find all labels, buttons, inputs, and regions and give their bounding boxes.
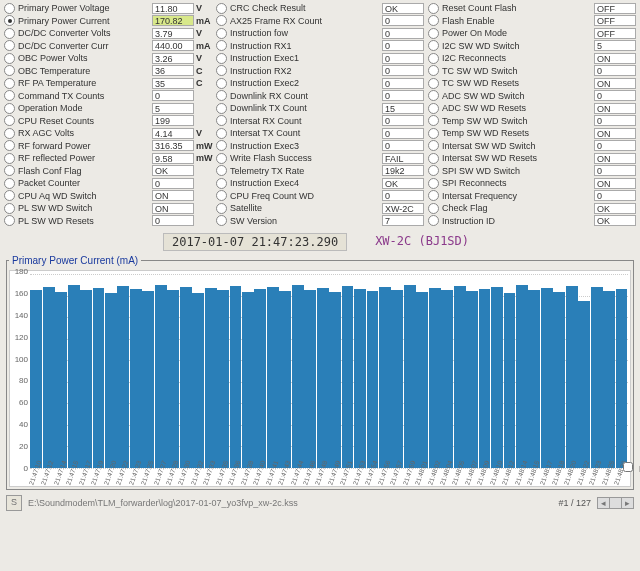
radio-button[interactable] — [216, 140, 227, 151]
telemetry-row[interactable]: SPI SW WD Switch0 — [428, 165, 636, 178]
radio-button[interactable] — [428, 15, 439, 26]
radio-button[interactable] — [428, 190, 439, 201]
radio-button[interactable] — [428, 115, 439, 126]
radio-button[interactable] — [216, 15, 227, 26]
radio-button[interactable] — [428, 65, 439, 76]
radio-button[interactable] — [216, 190, 227, 201]
telemetry-row[interactable]: Instruction IDOK — [428, 215, 636, 228]
telemetry-row[interactable]: CPU Aq WD SwitchON — [4, 190, 212, 203]
checkbox-b[interactable]: B — [619, 459, 640, 475]
radio-button[interactable] — [4, 103, 15, 114]
telemetry-row[interactable]: Reset Count FlashOFF — [428, 2, 636, 15]
radio-button[interactable] — [4, 190, 15, 201]
radio-button[interactable] — [4, 15, 15, 26]
radio-button[interactable] — [4, 215, 15, 226]
radio-button[interactable] — [428, 40, 439, 51]
radio-button[interactable] — [428, 28, 439, 39]
radio-button[interactable] — [428, 53, 439, 64]
radio-button[interactable] — [4, 115, 15, 126]
radio-button[interactable] — [4, 28, 15, 39]
telemetry-row[interactable]: Intersat SW WD ResetsON — [428, 152, 636, 165]
telemetry-row[interactable]: DC/DC Converter Curr440.00mA — [4, 40, 212, 53]
radio-button[interactable] — [428, 103, 439, 114]
radio-button[interactable] — [4, 53, 15, 64]
telemetry-row[interactable]: DC/DC Converter Volts3.79V — [4, 27, 212, 40]
telemetry-row[interactable]: Downlink RX Count0 — [216, 90, 424, 103]
radio-button[interactable] — [4, 3, 15, 14]
telemetry-row[interactable]: Downlink TX Count15 — [216, 102, 424, 115]
radio-button[interactable] — [216, 65, 227, 76]
radio-button[interactable] — [4, 65, 15, 76]
telemetry-row[interactable]: TC SW WD ResetsON — [428, 77, 636, 90]
telemetry-row[interactable]: Temp SW WD Switch0 — [428, 115, 636, 128]
telemetry-row[interactable]: Primary Power Current170.82mA — [4, 15, 212, 28]
telemetry-row[interactable]: I2C ReconnectsON — [428, 52, 636, 65]
radio-button[interactable] — [216, 103, 227, 114]
radio-button[interactable] — [216, 90, 227, 101]
radio-button[interactable] — [428, 178, 439, 189]
radio-button[interactable] — [428, 3, 439, 14]
telemetry-row[interactable]: Instruction Exec4OK — [216, 177, 424, 190]
radio-button[interactable] — [4, 128, 15, 139]
radio-button[interactable] — [428, 78, 439, 89]
radio-button[interactable] — [428, 140, 439, 151]
telemetry-row[interactable]: Instruction Exec20 — [216, 77, 424, 90]
radio-button[interactable] — [4, 90, 15, 101]
radio-button[interactable] — [216, 78, 227, 89]
telemetry-row[interactable]: Instruction Exec10 — [216, 52, 424, 65]
telemetry-row[interactable]: Intersat RX Count0 — [216, 115, 424, 128]
telemetry-row[interactable]: RF PA Temperature35C — [4, 77, 212, 90]
radio-button[interactable] — [4, 78, 15, 89]
telemetry-row[interactable]: I2C SW WD Switch5 — [428, 40, 636, 53]
radio-button[interactable] — [428, 203, 439, 214]
telemetry-row[interactable]: RF reflected Power9.58mW — [4, 152, 212, 165]
telemetry-row[interactable]: Instruction RX20 — [216, 65, 424, 78]
telemetry-row[interactable]: Intersat SW WD Switch0 — [428, 140, 636, 153]
telemetry-row[interactable]: CRC Check ResultOK — [216, 2, 424, 15]
telemetry-row[interactable]: Instruction Exec30 — [216, 140, 424, 153]
radio-button[interactable] — [4, 140, 15, 151]
telemetry-row[interactable]: Intersat TX Count0 — [216, 127, 424, 140]
telemetry-row[interactable]: ADC SW WD ResetsON — [428, 102, 636, 115]
radio-button[interactable] — [216, 53, 227, 64]
radio-button[interactable] — [4, 203, 15, 214]
radio-button[interactable] — [428, 90, 439, 101]
radio-button[interactable] — [428, 153, 439, 164]
telemetry-row[interactable]: SatelliteXW-2C — [216, 202, 424, 215]
scrollbar[interactable]: ◂ ▸ — [597, 497, 634, 509]
radio-button[interactable] — [216, 128, 227, 139]
telemetry-row[interactable]: Power On ModeOFF — [428, 27, 636, 40]
radio-button[interactable] — [216, 115, 227, 126]
radio-button[interactable] — [216, 203, 227, 214]
radio-button[interactable] — [428, 128, 439, 139]
telemetry-row[interactable]: Command TX Counts0 — [4, 90, 212, 103]
telemetry-row[interactable]: OBC Temperature36C — [4, 65, 212, 78]
telemetry-row[interactable]: CPU Reset Counts199 — [4, 115, 212, 128]
radio-button[interactable] — [428, 165, 439, 176]
telemetry-row[interactable]: SPI ReconnectsON — [428, 177, 636, 190]
telemetry-row[interactable]: RF forward Power316.35mW — [4, 140, 212, 153]
radio-button[interactable] — [4, 40, 15, 51]
telemetry-row[interactable]: Check FlagOK — [428, 202, 636, 215]
radio-button[interactable] — [4, 165, 15, 176]
telemetry-row[interactable]: Intersat Frequency0 — [428, 190, 636, 203]
telemetry-row[interactable]: ADC SW WD Switch0 — [428, 90, 636, 103]
telemetry-row[interactable]: Packet Counter0 — [4, 177, 212, 190]
radio-button[interactable] — [216, 165, 227, 176]
radio-button[interactable] — [216, 215, 227, 226]
radio-button[interactable] — [216, 3, 227, 14]
radio-button[interactable] — [428, 215, 439, 226]
telemetry-row[interactable]: Primary Power Voltage11.80V — [4, 2, 212, 15]
telemetry-row[interactable]: Operation Mode5 — [4, 102, 212, 115]
telemetry-row[interactable]: Flash EnableOFF — [428, 15, 636, 28]
telemetry-row[interactable]: Instruction RX10 — [216, 40, 424, 53]
telemetry-row[interactable]: Flash Conf FlagOK — [4, 165, 212, 178]
radio-button[interactable] — [216, 28, 227, 39]
telemetry-row[interactable]: AX25 Frame RX Count0 — [216, 15, 424, 28]
s-button[interactable]: S — [6, 495, 22, 511]
radio-button[interactable] — [4, 178, 15, 189]
telemetry-row[interactable]: PL SW WD SwitchON — [4, 202, 212, 215]
radio-button[interactable] — [4, 153, 15, 164]
telemetry-row[interactable]: CPU Freq Count WD0 — [216, 190, 424, 203]
telemetry-row[interactable]: SW Version7 — [216, 215, 424, 228]
